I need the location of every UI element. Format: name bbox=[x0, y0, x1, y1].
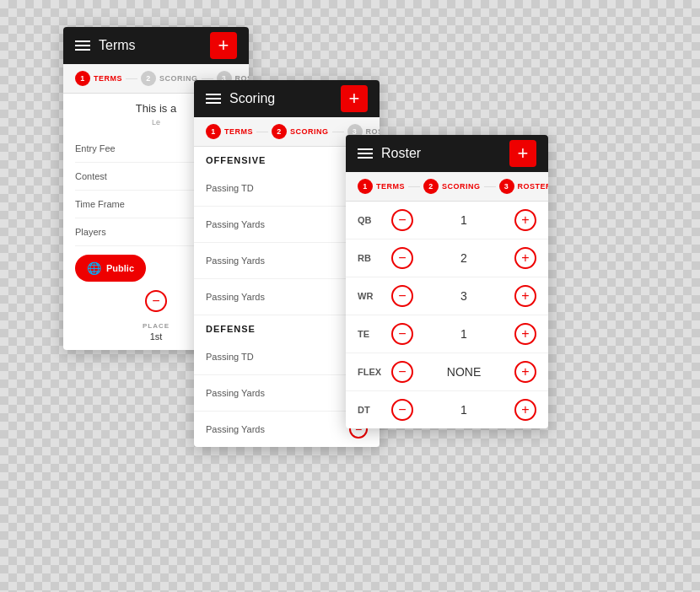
roster-row-wr: WR − 3 + bbox=[346, 277, 548, 315]
roster-card: Roster + 1 TERMS 2 SCORING 3 ROSTER 4 IN… bbox=[346, 135, 548, 428]
def-passing-yards-label-2: Passing Yards bbox=[206, 424, 265, 434]
roster-minus-te[interactable]: − bbox=[391, 323, 413, 345]
roster-step-line-1 bbox=[408, 186, 420, 187]
scoring-step-scoring: 2 SCORING bbox=[272, 124, 329, 139]
roster-pos-wr: WR bbox=[358, 291, 391, 301]
roster-row-qb: QB − 1 + bbox=[346, 202, 548, 239]
roster-header-left: Roster bbox=[358, 146, 421, 161]
roster-count-wr: 3 bbox=[413, 289, 514, 303]
roster-pos-te: TE bbox=[358, 329, 391, 339]
roster-count-rb: 2 bbox=[413, 251, 514, 265]
roster-step-roster: 3 ROSTER bbox=[499, 179, 548, 194]
scoring-step-line-2 bbox=[332, 132, 344, 132]
roster-minus-dt[interactable]: − bbox=[391, 399, 413, 421]
roster-row-flex: FLEX − NONE + bbox=[346, 353, 548, 391]
roster-pos-dt: DT bbox=[358, 405, 391, 415]
scoring-header: Scoring + bbox=[194, 80, 380, 117]
def-passing-yards-label-1: Passing Yards bbox=[206, 388, 265, 398]
terms-header-left: Terms bbox=[75, 38, 136, 53]
roster-title: Roster bbox=[381, 146, 421, 161]
step-num-1: 1 bbox=[75, 71, 90, 86]
roster-add-button[interactable]: + bbox=[509, 140, 536, 167]
roster-plus-flex[interactable]: + bbox=[514, 361, 536, 383]
roster-step-line-2 bbox=[484, 186, 496, 187]
roster-minus-qb[interactable]: − bbox=[391, 209, 413, 231]
roster-row-dt: DT − 1 + bbox=[346, 391, 548, 428]
passing-yards-label-2: Passing Yards bbox=[206, 256, 265, 266]
roster-step-roster-label: ROSTER bbox=[518, 182, 548, 191]
roster-pos-rb: RB bbox=[358, 253, 391, 263]
roster-row-te: TE − 1 + bbox=[346, 315, 548, 353]
scoring-title: Scoring bbox=[229, 91, 275, 106]
step-terms-label: TERMS bbox=[94, 74, 122, 83]
roster-plus-dt[interactable]: + bbox=[514, 399, 536, 421]
step-num-2: 2 bbox=[141, 71, 156, 86]
scoring-header-left: Scoring bbox=[206, 91, 275, 106]
passing-yards-label-1: Passing Yards bbox=[206, 219, 265, 229]
entry-fee-label: Entry Fee bbox=[75, 143, 116, 153]
step-scoring: 2 SCORING bbox=[141, 71, 198, 86]
roster-step-num-2: 2 bbox=[423, 179, 439, 194]
def-passing-td-label: Passing TD bbox=[206, 352, 254, 362]
public-button[interactable]: 🌐 Public bbox=[75, 255, 146, 282]
roster-plus-wr[interactable]: + bbox=[514, 285, 536, 307]
scoring-step-terms-label: TERMS bbox=[224, 127, 253, 136]
passing-td-label-1: Passing TD bbox=[206, 183, 254, 193]
menu-icon bbox=[75, 40, 90, 51]
roster-step-scoring: 2 SCORING bbox=[423, 179, 481, 194]
scoring-step-line-1 bbox=[256, 132, 268, 132]
step-line-2 bbox=[202, 78, 213, 79]
roster-minus-rb[interactable]: − bbox=[391, 247, 413, 269]
minus-button[interactable]: − bbox=[145, 290, 167, 312]
roster-count-flex: NONE bbox=[413, 365, 514, 379]
roster-step-scoring-label: SCORING bbox=[442, 182, 481, 191]
roster-minus-flex[interactable]: − bbox=[391, 361, 413, 383]
roster-row-rb: RB − 2 + bbox=[346, 239, 548, 277]
roster-count-te: 1 bbox=[413, 327, 514, 341]
scoring-add-button[interactable]: + bbox=[341, 85, 368, 112]
public-label: Public bbox=[106, 263, 134, 273]
roster-count-dt: 1 bbox=[413, 403, 514, 417]
roster-pos-flex: FLEX bbox=[358, 367, 391, 377]
roster-step-num-1: 1 bbox=[358, 179, 373, 194]
roster-step-terms-label: TERMS bbox=[376, 182, 405, 191]
roster-step-terms: 1 TERMS bbox=[358, 179, 405, 194]
roster-plus-rb[interactable]: + bbox=[514, 247, 536, 269]
roster-count-qb: 1 bbox=[413, 213, 514, 227]
roster-minus-wr[interactable]: − bbox=[391, 285, 413, 307]
terms-title: Terms bbox=[99, 38, 136, 53]
terms-add-button[interactable]: + bbox=[210, 32, 237, 59]
globe-icon: 🌐 bbox=[87, 261, 101, 275]
scoring-step-num-2: 2 bbox=[272, 124, 287, 139]
roster-header: Roster + bbox=[346, 135, 548, 172]
scoring-step-scoring-label: SCORING bbox=[290, 127, 329, 136]
roster-plus-te[interactable]: + bbox=[514, 323, 536, 345]
roster-step-tabs: 1 TERMS 2 SCORING 3 ROSTER 4 INVITE bbox=[346, 172, 548, 202]
passing-yards-label-3: Passing Yards bbox=[206, 292, 265, 302]
step-terms: 1 TERMS bbox=[75, 71, 122, 86]
roster-menu-icon bbox=[358, 148, 373, 159]
terms-header: Terms + bbox=[63, 27, 249, 64]
players-label: Players bbox=[75, 227, 106, 237]
contest-label: Contest bbox=[75, 171, 107, 181]
scoring-step-num-1: 1 bbox=[206, 124, 221, 139]
roster-step-num-3: 3 bbox=[499, 179, 514, 194]
step-scoring-label: SCORING bbox=[159, 74, 198, 83]
scoring-step-terms: 1 TERMS bbox=[206, 124, 253, 139]
time-frame-label: Time Frame bbox=[75, 199, 125, 209]
roster-plus-qb[interactable]: + bbox=[514, 209, 536, 231]
scoring-menu-icon bbox=[206, 94, 221, 104]
step-line-1 bbox=[126, 78, 137, 79]
roster-pos-qb: QB bbox=[358, 215, 391, 225]
